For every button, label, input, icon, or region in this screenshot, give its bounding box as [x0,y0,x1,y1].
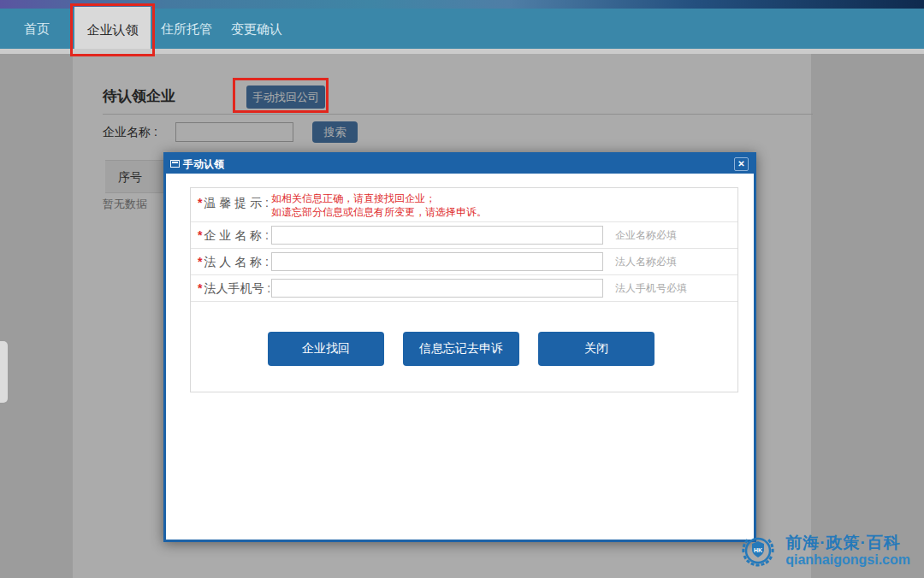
dialog-body: *温 馨 提 示 : 如相关信息正确，请直接找回企业；如遗忘部分信息或信息有所变… [166,174,754,540]
legal-person-name-hint: 法人名称必填 [615,249,677,275]
warm-tip-label: *温 馨 提 示 : [198,196,269,211]
nav-item-home[interactable]: 首页 [24,9,50,49]
warm-tip-line1: 如相关信息正确，请直接找回企业； [271,192,435,204]
window-icon [170,160,180,168]
annotation-box-enterprise-claim-tab [70,3,155,56]
app-window: 首页 企业认领 住所托管 变更确认 待认领企业 手动找回公司 企业名称 : 搜索… [0,0,924,578]
legal-person-phone-hint: 法人手机号必填 [615,275,687,302]
legal-person-phone-label-text: 法人手机号 : [204,281,270,295]
warm-tip-row: *温 馨 提 示 : 如相关信息正确，请直接找回企业；如遗忘部分信息或信息有所变… [191,188,737,222]
manual-claim-dialog: 手动认领 ✕ *温 馨 提 示 : 如相关信息正确，请直接找回企业；如遗忘部分信… [163,152,756,542]
nav-item-residence-custody[interactable]: 住所托管 [161,9,212,49]
claim-form-box: *温 馨 提 示 : 如相关信息正确，请直接找回企业；如遗忘部分信息或信息有所变… [190,187,738,392]
company-name-hint: 企业名称必填 [615,222,677,249]
legal-person-name-label-text: 法 人 名 称 : [204,255,268,268]
warm-tip-text: 如相关信息正确，请直接找回企业；如遗忘部分信息或信息有所变更，请选择申诉。 [271,192,487,219]
required-mark: * [198,228,202,242]
svg-text:HK: HK [754,547,762,553]
dialog-title: 手动认领 [183,155,224,174]
annotation-box-manual-retrieve-button [233,78,329,113]
required-mark: * [198,196,202,209]
close-icon[interactable]: ✕ [734,157,749,171]
watermark: HK 前海·政策·百科 qianhaigongsi.com [737,530,910,571]
dialog-button-row: 企业找回 信息忘记去申诉 关闭 [268,332,654,366]
watermark-title: 前海·政策·百科 [785,534,910,552]
legal-person-phone-label: *法人手机号 : [198,275,270,302]
watermark-domain: qianhaigongsi.com [785,552,910,568]
dialog-titlebar[interactable]: 手动认领 ✕ [166,155,754,174]
warm-tip-label-text: 温 馨 提 示 : [204,196,268,209]
company-name-row: *企 业 名 称 : 企业名称必填 [191,222,737,249]
legal-person-name-label: *法 人 名 称 : [198,249,269,275]
forgot-info-appeal-button[interactable]: 信息忘记去申诉 [403,332,519,366]
enterprise-retrieve-button[interactable]: 企业找回 [268,332,384,366]
company-name-input[interactable] [271,226,603,245]
legal-person-name-input[interactable] [271,252,603,271]
legal-person-phone-input[interactable] [271,279,603,298]
required-mark: * [198,281,202,295]
legal-person-name-row: *法 人 名 称 : 法人名称必填 [191,249,737,275]
legal-person-phone-row: *法人手机号 : 法人手机号必填 [191,275,737,302]
watermark-logo: HK [737,530,779,571]
company-name-label: *企 业 名 称 : [198,222,269,249]
side-panel-handle[interactable] [0,341,8,403]
nav-item-change-confirm[interactable]: 变更确认 [231,9,282,49]
required-mark: * [198,255,202,268]
close-button[interactable]: 关闭 [538,332,654,366]
warm-tip-line2: 如遗忘部分信息或信息有所变更，请选择申诉。 [271,206,487,218]
company-name-label-text: 企 业 名 称 : [204,228,268,242]
